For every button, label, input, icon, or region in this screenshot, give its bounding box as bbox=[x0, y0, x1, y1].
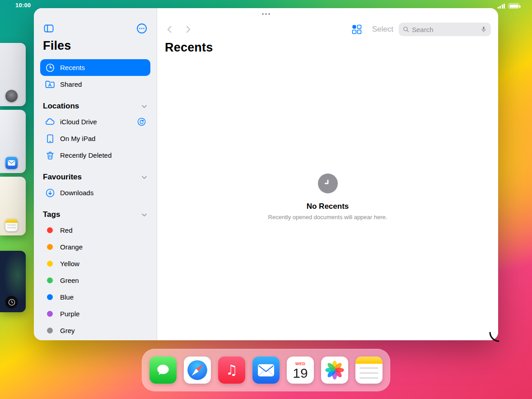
search-icon bbox=[402, 26, 410, 33]
dock-app-safari[interactable] bbox=[184, 357, 211, 384]
notes-header-strip bbox=[355, 357, 383, 364]
tag-color-dot bbox=[47, 244, 53, 250]
battery-icon bbox=[508, 3, 519, 9]
sidebar-item-recents[interactable]: Recents bbox=[40, 59, 150, 76]
microphone-icon[interactable] bbox=[480, 26, 487, 33]
cloud-icon bbox=[44, 117, 56, 127]
chevron-down-icon bbox=[141, 174, 148, 181]
tag-label: Orange bbox=[60, 243, 83, 251]
select-button[interactable]: Select bbox=[372, 25, 393, 34]
sidebar-item-label: Downloads bbox=[60, 189, 93, 197]
recents-clock-icon bbox=[318, 174, 338, 193]
sidebar-item-label: On My iPad bbox=[60, 135, 95, 142]
dock-app-messages[interactable] bbox=[149, 357, 177, 384]
status-time: 10:00 bbox=[15, 2, 31, 9]
tag-label: Blue bbox=[60, 293, 74, 301]
empty-state: No Recents Recently opened documents wil… bbox=[157, 174, 498, 221]
tag-label: Purple bbox=[60, 310, 79, 318]
chevron-down-icon bbox=[141, 103, 148, 110]
section-header-locations[interactable]: Locations bbox=[43, 102, 148, 111]
chevron-right-icon bbox=[183, 24, 193, 34]
cellular-signal-icon bbox=[498, 4, 505, 9]
tag-label: Green bbox=[60, 277, 79, 284]
calendar-weekday: WED bbox=[295, 361, 306, 366]
tag-color-dot bbox=[47, 277, 53, 283]
sidebar-tag-red[interactable]: Red bbox=[40, 222, 150, 239]
view-options-button[interactable] bbox=[351, 23, 363, 35]
sidebar-app-title: Files bbox=[43, 39, 148, 53]
content-toolbar: Select bbox=[157, 22, 498, 37]
sidebar-tag-orange[interactable]: Orange bbox=[40, 239, 150, 255]
music-note-icon: ♫ bbox=[226, 363, 238, 377]
sidebar-item-label: Recents bbox=[60, 64, 85, 71]
dock-app-calendar[interactable]: WED 19 bbox=[287, 357, 314, 384]
ipad-icon bbox=[44, 133, 56, 144]
tag-color-dot bbox=[47, 261, 53, 267]
app-badge-icon bbox=[5, 90, 18, 102]
clock-icon bbox=[44, 62, 56, 73]
back-button[interactable] bbox=[163, 23, 176, 36]
tag-label: Red bbox=[60, 226, 73, 234]
sidebar-item-shared[interactable]: Shared bbox=[40, 76, 150, 93]
files-content-pane: Select Recents No Recents Recently opene… bbox=[157, 8, 498, 340]
dock-app-music[interactable]: ♫ bbox=[218, 357, 245, 384]
dock-app-photos[interactable] bbox=[321, 357, 348, 384]
window-resize-indicator[interactable] bbox=[489, 331, 500, 343]
search-input[interactable] bbox=[412, 26, 478, 33]
trash-icon bbox=[44, 150, 56, 161]
dock-app-notes[interactable] bbox=[355, 357, 383, 384]
sidebar-item-downloads[interactable]: Downloads bbox=[40, 184, 150, 201]
clock-app-badge-icon bbox=[5, 296, 18, 308]
download-circle-icon bbox=[44, 188, 56, 198]
files-app-window: Files Recents Shared Locations iCloud Dr… bbox=[34, 8, 498, 340]
sidebar-toggle-icon bbox=[43, 23, 54, 34]
icloud-sync-status-icon[interactable] bbox=[137, 117, 146, 127]
sidebar-tag-grey[interactable]: Grey bbox=[40, 322, 150, 339]
tag-color-dot bbox=[47, 294, 53, 300]
notes-app-badge-icon bbox=[5, 219, 18, 231]
sidebar-item-on-my-ipad[interactable]: On My iPad bbox=[40, 130, 150, 147]
tag-label: Grey bbox=[60, 327, 75, 334]
chevron-down-icon bbox=[141, 211, 148, 218]
ipad-home-screen: { "status_bar": { "time": "10:00" }, "wi… bbox=[0, 0, 532, 399]
empty-state-subtitle: Recently opened documents will appear he… bbox=[157, 214, 498, 221]
status-bar: 10:00 bbox=[0, 0, 532, 11]
messages-bubble-icon bbox=[154, 361, 172, 379]
tag-color-dot bbox=[47, 311, 53, 317]
stage-app-thumbnail-2[interactable] bbox=[0, 110, 26, 173]
toggle-sidebar-button[interactable] bbox=[43, 23, 55, 34]
stage-app-thumbnail-1[interactable] bbox=[0, 43, 26, 106]
sidebar-tag-blue[interactable]: Blue bbox=[40, 289, 150, 305]
mail-envelope-icon bbox=[257, 364, 275, 377]
tag-color-dot bbox=[47, 328, 53, 333]
sidebar-tag-green[interactable]: Green bbox=[40, 272, 150, 289]
sidebar-item-icloud-drive[interactable]: iCloud Drive bbox=[40, 113, 150, 130]
dock-app-mail[interactable] bbox=[252, 357, 280, 384]
dock: ♫ WED 19 bbox=[142, 349, 390, 391]
search-field[interactable] bbox=[399, 23, 491, 36]
tag-label: Yellow bbox=[60, 260, 79, 268]
section-header-favourites[interactable]: Favourites bbox=[43, 173, 148, 182]
more-options-button[interactable] bbox=[136, 23, 148, 34]
stage-app-thumbnail-4[interactable] bbox=[0, 251, 26, 312]
sidebar-tag-yellow[interactable]: Yellow bbox=[40, 255, 150, 272]
stage-app-thumbnail-3[interactable] bbox=[0, 177, 26, 235]
sidebar-item-recently-deleted[interactable]: Recently Deleted bbox=[40, 147, 150, 164]
sidebar-item-label: Shared bbox=[60, 80, 82, 88]
page-title: Recents bbox=[165, 41, 213, 55]
mail-app-badge-icon bbox=[5, 157, 18, 169]
files-sidebar: Files Recents Shared Locations iCloud Dr… bbox=[34, 8, 157, 340]
section-header-tags[interactable]: Tags bbox=[43, 210, 148, 219]
sidebar-tag-purple[interactable]: Purple bbox=[40, 305, 150, 322]
calendar-day: 19 bbox=[293, 366, 308, 380]
forward-button[interactable] bbox=[182, 23, 194, 36]
chevron-left-icon bbox=[165, 24, 175, 34]
empty-state-title: No Recents bbox=[157, 202, 498, 211]
grid-view-icon bbox=[351, 23, 363, 35]
window-drag-handle[interactable] bbox=[258, 11, 274, 17]
ellipsis-circle-icon bbox=[136, 23, 147, 34]
photos-flower-icon bbox=[324, 360, 345, 380]
shared-folder-icon bbox=[44, 79, 56, 90]
sidebar-item-label: Recently Deleted bbox=[60, 151, 112, 159]
tag-color-dot bbox=[47, 227, 53, 233]
